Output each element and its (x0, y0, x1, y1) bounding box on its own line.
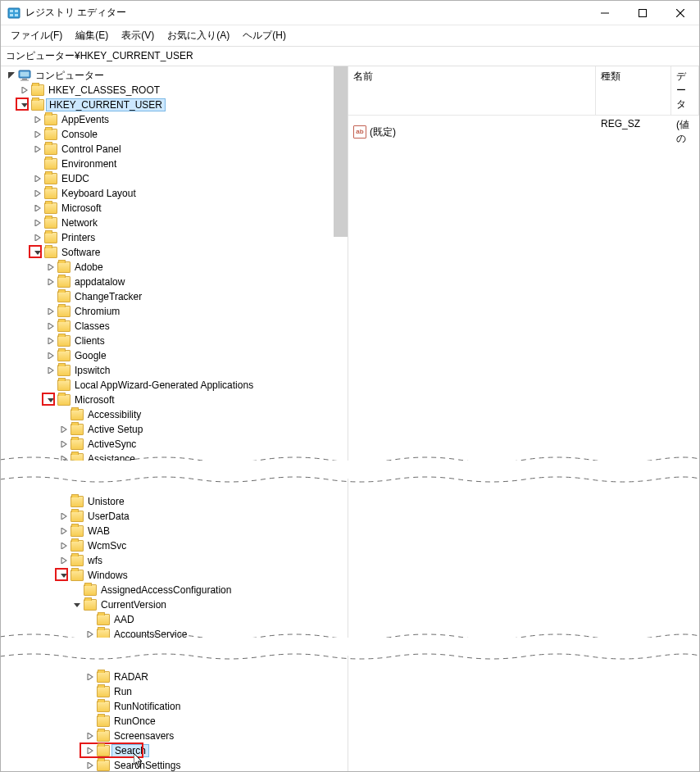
tree-item-currentversion[interactable]: CurrentVersion (70, 597, 348, 612)
tree-item[interactable]: AssignedAccessConfiguration (70, 583, 348, 597)
values-pane[interactable]: 名前 種類 データ (既定) REG_SZ (値の (348, 66, 699, 771)
tree-item[interactable]: Adobe (43, 260, 348, 275)
chevron-right-icon[interactable] (19, 84, 30, 96)
tree-label: Console (60, 129, 99, 140)
chevron-down-icon[interactable] (6, 70, 17, 81)
tree-item[interactable]: ActiveSync (57, 437, 348, 452)
tree-item[interactable]: Control Panel (30, 142, 348, 157)
tree-root[interactable]: コンピューター (4, 68, 348, 83)
tree-item[interactable]: Keyboard Layout (30, 186, 348, 201)
svg-rect-11 (22, 79, 27, 80)
tree-item[interactable]: AccountsService (83, 627, 348, 642)
chevron-right-icon[interactable] (58, 555, 70, 566)
chevron-right-icon[interactable] (84, 760, 96, 771)
tree-item[interactable]: Google (43, 348, 348, 363)
value-row[interactable]: (既定) REG_SZ (値の (348, 116, 699, 148)
tree-item[interactable]: Ipswitch (43, 363, 348, 378)
tree-item[interactable]: Active Setup (57, 422, 348, 437)
tree-item[interactable]: Chromium (43, 304, 348, 319)
chevron-right-icon[interactable] (45, 350, 57, 361)
menu-view[interactable]: 表示(V) (115, 27, 161, 44)
address-bar[interactable]: コンピューター¥HKEY_CURRENT_USER (1, 46, 699, 66)
chevron-right-icon[interactable] (45, 335, 57, 347)
chevron-down-icon[interactable] (45, 394, 57, 406)
chevron-down-icon[interactable] (71, 599, 83, 611)
tree-item[interactable]: Console (30, 127, 348, 142)
tree-item[interactable]: Clients (43, 334, 348, 348)
tree-item[interactable]: Printers (30, 230, 348, 245)
chevron-right-icon[interactable] (32, 173, 43, 184)
chevron-right-icon[interactable] (45, 320, 57, 332)
tree-item[interactable]: WAB (57, 524, 348, 538)
tree-item-search[interactable]: Search (83, 743, 348, 758)
tree-item[interactable]: Assistance (57, 452, 348, 466)
folder-icon (97, 745, 110, 756)
minimize-button[interactable] (586, 1, 624, 25)
svg-rect-0 (8, 8, 20, 18)
chevron-right-icon[interactable] (58, 438, 70, 450)
tree-label: EUDC (60, 173, 91, 184)
chevron-right-icon[interactable] (58, 540, 70, 552)
tree-item[interactable]: Classes (43, 319, 348, 334)
chevron-right-icon[interactable] (45, 365, 57, 376)
column-header-type[interactable]: 種類 (596, 66, 671, 115)
tree-item[interactable]: Accessibility (57, 407, 348, 422)
chevron-right-icon[interactable] (32, 217, 43, 229)
tree-item[interactable]: Local AppWizard-Generated Applications (43, 378, 348, 393)
chevron-right-icon[interactable] (45, 276, 57, 288)
tree-item[interactable]: wfs (57, 553, 348, 568)
tree-pane[interactable]: コンピューター HKEY_CLASSES_ROOT (1, 66, 348, 771)
chevron-right-icon[interactable] (32, 232, 43, 243)
chevron-down-icon[interactable] (32, 247, 43, 258)
tree-item-hkcr[interactable]: HKEY_CLASSES_ROOT (17, 83, 348, 98)
chevron-right-icon[interactable] (32, 129, 43, 140)
chevron-down-icon[interactable] (58, 570, 70, 581)
chevron-right-icon[interactable] (58, 424, 70, 435)
column-header-data[interactable]: データ (671, 66, 699, 115)
tree-item[interactable]: WcmSvc (57, 538, 348, 553)
tree-item-microsoft[interactable]: Microsoft (43, 393, 348, 407)
tree-item[interactable]: RADAR (83, 670, 348, 684)
menu-edit[interactable]: 編集(E) (69, 27, 115, 44)
tree-item[interactable]: Microsoft (30, 201, 348, 216)
tree-item-software[interactable]: Software (30, 245, 348, 260)
chevron-right-icon[interactable] (32, 143, 43, 155)
tree-item-hkcu[interactable]: HKEY_CURRENT_USER (17, 98, 348, 112)
chevron-right-icon[interactable] (84, 745, 96, 756)
menu-help[interactable]: ヘルプ(H) (236, 27, 293, 44)
tree-item[interactable]: RunNotification (83, 699, 348, 714)
chevron-right-icon[interactable] (32, 188, 43, 199)
chevron-right-icon[interactable] (45, 261, 57, 273)
tree-item[interactable]: SearchSettings (83, 758, 348, 771)
tree-item[interactable]: ChangeTracker (43, 289, 348, 304)
chevron-right-icon[interactable] (84, 730, 96, 742)
tree-item[interactable]: EUDC (30, 171, 348, 186)
chevron-right-icon[interactable] (32, 202, 43, 214)
tree-item[interactable]: Network (30, 216, 348, 230)
chevron-right-icon[interactable] (45, 306, 57, 317)
tree-item[interactable]: appdatalow (43, 275, 348, 289)
folder-icon (97, 629, 110, 640)
chevron-right-icon[interactable] (58, 511, 70, 522)
chevron-right-icon[interactable] (58, 525, 70, 537)
maximize-button[interactable] (624, 1, 661, 25)
chevron-right-icon[interactable] (32, 114, 43, 125)
chevron-right-icon[interactable] (84, 629, 96, 640)
column-header-name[interactable]: 名前 (348, 66, 596, 115)
chevron-right-icon[interactable] (58, 453, 70, 465)
tree-item[interactable]: Environment (30, 157, 348, 171)
menu-favorites[interactable]: お気に入り(A) (161, 27, 236, 44)
menu-file[interactable]: ファイル(F) (4, 27, 69, 44)
tree-item[interactable]: Run (83, 684, 348, 699)
tree-item[interactable]: AppEvents (30, 112, 348, 127)
tree-item-windows[interactable]: Windows (57, 568, 348, 583)
tree-label: RunNotification (112, 701, 182, 712)
tree-item[interactable]: Unistore (57, 494, 348, 509)
tree-item[interactable]: RunOnce (83, 714, 348, 729)
tree-item[interactable]: UserData (57, 509, 348, 524)
tree-item[interactable]: AAD (83, 612, 348, 627)
chevron-right-icon[interactable] (84, 671, 96, 683)
chevron-down-icon[interactable] (19, 99, 30, 111)
tree-item[interactable]: Screensavers (83, 729, 348, 743)
close-button[interactable] (661, 1, 699, 25)
